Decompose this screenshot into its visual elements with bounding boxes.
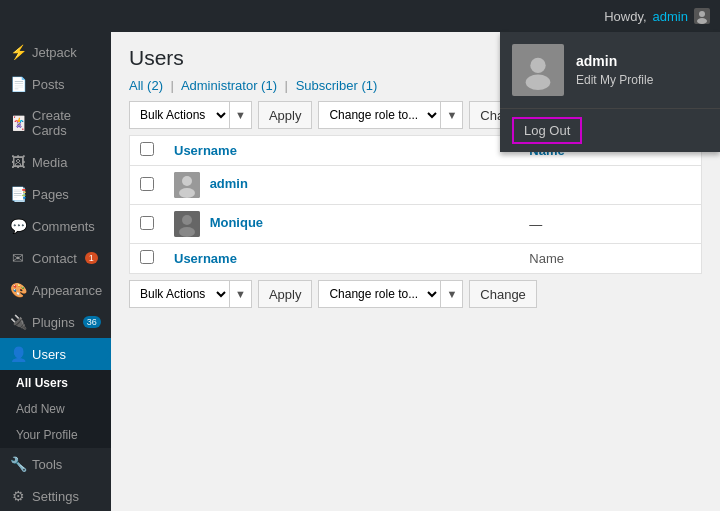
- filter-sep-1: |: [171, 78, 174, 93]
- dropdown-username: admin: [576, 53, 653, 69]
- dropdown-avatar: [512, 44, 564, 96]
- bulk-actions-arrow-bottom[interactable]: ▼: [229, 280, 252, 308]
- sidebar-item-comments[interactable]: 💬 Comments: [0, 210, 111, 242]
- footer-check-col[interactable]: [130, 244, 165, 274]
- plugins-badge: 36: [83, 316, 101, 328]
- user-dropdown: admin Edit My Profile Log Out: [500, 32, 720, 152]
- contact-badge: 1: [85, 252, 98, 264]
- bulk-actions-arrow-top[interactable]: ▼: [229, 101, 252, 129]
- admin-bar: Howdy, admin admin Edit My Pr: [0, 0, 720, 32]
- change-role-wrap-bottom: Change role to... ▼: [318, 280, 463, 308]
- sidebar-item-tools[interactable]: 🔧 Tools: [0, 448, 111, 480]
- edit-profile-link[interactable]: Edit My Profile: [576, 73, 653, 87]
- change-role-arrow-top[interactable]: ▼: [440, 101, 463, 129]
- sidebar-item-posts[interactable]: 📄 Posts: [0, 68, 111, 100]
- name-cell-admin: [519, 166, 701, 205]
- avatar-monique: [174, 211, 200, 237]
- settings-icon: ⚙: [10, 488, 26, 504]
- plugins-icon: 🔌: [10, 314, 26, 330]
- posts-icon: 📄: [10, 76, 26, 92]
- sidebar-item-appearance[interactable]: 🎨 Appearance: [0, 274, 111, 306]
- svg-point-10: [179, 227, 195, 237]
- tools-icon: 🔧: [10, 456, 26, 472]
- row-check-admin[interactable]: [130, 166, 165, 205]
- svg-point-9: [182, 215, 192, 225]
- username-col-header[interactable]: Username: [164, 136, 519, 166]
- sidebar-item-pages[interactable]: 📑 Pages: [0, 178, 111, 210]
- media-icon: 🖼: [10, 154, 26, 170]
- create-cards-icon: 🃏: [10, 115, 26, 131]
- footer-username-col[interactable]: Username: [164, 244, 519, 274]
- sidebar-label-tools: Tools: [32, 457, 62, 472]
- username-link-monique[interactable]: Monique: [210, 215, 263, 230]
- submenu-add-new[interactable]: Add New: [0, 396, 111, 422]
- filter-sep-2: |: [285, 78, 288, 93]
- apply-button-top[interactable]: Apply: [258, 101, 313, 129]
- name-cell-monique: —: [519, 205, 701, 244]
- sidebar-label-create-cards: Create Cards: [32, 108, 101, 138]
- change-role-wrap-top: Change role to... ▼: [318, 101, 463, 129]
- sidebar-label-appearance: Appearance: [32, 283, 102, 298]
- users-submenu: All Users Add New Your Profile: [0, 370, 111, 448]
- table-row: Monique —: [130, 205, 702, 244]
- select-all-checkbox[interactable]: [140, 142, 154, 156]
- filter-administrator[interactable]: Administrator (1): [181, 78, 281, 93]
- checkbox-monique[interactable]: [140, 216, 154, 230]
- bulk-actions-top: Bulk Actions ▼: [129, 101, 252, 129]
- submenu-your-profile[interactable]: Your Profile: [0, 422, 111, 448]
- sidebar-item-create-cards[interactable]: 🃏 Create Cards: [0, 100, 111, 146]
- table-footer-row: Username Name: [130, 244, 702, 274]
- admin-bar-username: admin: [653, 9, 688, 24]
- logout-button[interactable]: Log Out: [512, 117, 582, 144]
- filter-subscriber[interactable]: Subscriber (1): [296, 78, 378, 93]
- username-link-admin[interactable]: admin: [210, 176, 248, 191]
- sidebar-label-jetpack: Jetpack: [32, 45, 77, 60]
- admin-bar-avatar: [694, 8, 710, 24]
- change-button-bottom[interactable]: Change: [469, 280, 537, 308]
- username-cell-admin: admin: [164, 166, 519, 205]
- svg-point-7: [179, 188, 195, 198]
- howdy-text: Howdy,: [604, 9, 646, 24]
- table-row: admin: [130, 166, 702, 205]
- sidebar: ⚡ Jetpack 📄 Posts 🃏 Create Cards 🖼 Media…: [0, 32, 111, 511]
- appearance-icon: 🎨: [10, 282, 26, 298]
- checkbox-admin[interactable]: [140, 177, 154, 191]
- bulk-actions-select-top[interactable]: Bulk Actions: [129, 101, 229, 129]
- sidebar-label-plugins: Plugins: [32, 315, 75, 330]
- apply-button-bottom[interactable]: Apply: [258, 280, 313, 308]
- sidebar-item-users[interactable]: 👤 Users: [0, 338, 111, 370]
- sidebar-label-comments: Comments: [32, 219, 95, 234]
- users-table: Username Name: [129, 135, 702, 274]
- comments-icon: 💬: [10, 218, 26, 234]
- submenu-all-users[interactable]: All Users: [0, 370, 111, 396]
- svg-point-3: [530, 58, 545, 73]
- row-check-monique[interactable]: [130, 205, 165, 244]
- bulk-actions-bottom: Bulk Actions ▼: [129, 280, 252, 308]
- sidebar-label-posts: Posts: [32, 77, 65, 92]
- footer-select-all[interactable]: [140, 250, 154, 264]
- admin-bar-user[interactable]: Howdy, admin admin Edit My Pr: [604, 8, 710, 24]
- users-icon: 👤: [10, 346, 26, 362]
- sidebar-item-contact[interactable]: ✉ Contact 1: [0, 242, 111, 274]
- sidebar-item-media[interactable]: 🖼 Media: [0, 146, 111, 178]
- avatar-admin: [174, 172, 200, 198]
- select-all-col[interactable]: [130, 136, 165, 166]
- sidebar-item-settings[interactable]: ⚙ Settings: [0, 480, 111, 511]
- svg-point-0: [699, 11, 705, 17]
- username-cell-monique: Monique: [164, 205, 519, 244]
- sidebar-label-contact: Contact: [32, 251, 77, 266]
- change-role-select-bottom[interactable]: Change role to...: [318, 280, 440, 308]
- change-role-select-top[interactable]: Change role to...: [318, 101, 440, 129]
- svg-point-4: [526, 75, 551, 90]
- change-role-arrow-bottom[interactable]: ▼: [440, 280, 463, 308]
- logout-section: Log Out: [500, 109, 720, 152]
- filter-all[interactable]: All (2): [129, 78, 167, 93]
- bulk-actions-select-bottom[interactable]: Bulk Actions: [129, 280, 229, 308]
- pages-icon: 📑: [10, 186, 26, 202]
- sidebar-item-plugins[interactable]: 🔌 Plugins 36: [0, 306, 111, 338]
- svg-point-1: [697, 18, 707, 24]
- sidebar-item-jetpack[interactable]: ⚡ Jetpack: [0, 36, 111, 68]
- jetpack-icon: ⚡: [10, 44, 26, 60]
- dropdown-info: admin Edit My Profile: [576, 53, 653, 87]
- footer-name-col[interactable]: Name: [519, 244, 701, 274]
